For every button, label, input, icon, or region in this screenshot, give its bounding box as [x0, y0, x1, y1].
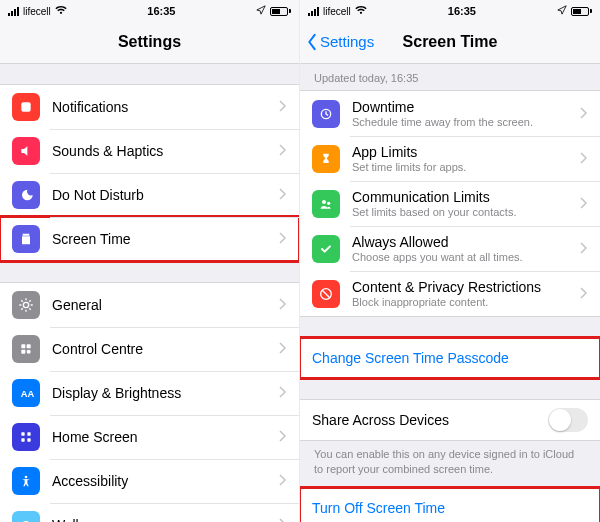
row-content-privacy[interactable]: Content & Privacy RestrictionsBlock inap… [300, 271, 600, 316]
row-sub: Set limits based on your contacts. [352, 206, 580, 218]
svg-point-18 [327, 201, 330, 204]
app-limits-icon [312, 145, 340, 173]
settings-group-a: Notifications Sounds & Haptics Do Not Di… [0, 84, 299, 262]
clock: 16:35 [448, 5, 476, 17]
chevron-right-icon [580, 285, 588, 303]
row-label: Accessibility [52, 473, 279, 489]
row-label: Content & Privacy Restrictions [352, 279, 580, 295]
back-button[interactable]: Settings [306, 33, 374, 51]
nav-bar: Settings Screen Time [300, 20, 600, 64]
chevron-right-icon [580, 195, 588, 213]
location-icon [557, 5, 567, 17]
svg-rect-7 [21, 432, 24, 435]
row-home-screen[interactable]: Home Screen [0, 415, 299, 459]
share-across-devices-group: Share Across Devices [300, 399, 600, 441]
row-screen-time[interactable]: Screen Time [0, 217, 299, 261]
chevron-right-icon [580, 150, 588, 168]
battery-icon [571, 7, 592, 16]
home-screen-icon [12, 423, 40, 451]
row-label: Screen Time [52, 231, 279, 247]
communication-limits-icon [312, 190, 340, 218]
row-change-passcode[interactable]: Change Screen Time Passcode [300, 338, 600, 378]
svg-rect-4 [21, 350, 25, 354]
settings-group-b: General Control Centre AA Display & Brig… [0, 282, 299, 522]
row-share-across-devices[interactable]: Share Across Devices [300, 400, 600, 440]
wifi-icon [355, 5, 367, 17]
row-notifications[interactable]: Notifications [0, 85, 299, 129]
row-general[interactable]: General [0, 283, 299, 327]
row-control-centre[interactable]: Control Centre [0, 327, 299, 371]
row-sounds-haptics[interactable]: Sounds & Haptics [0, 129, 299, 173]
row-label: Share Across Devices [312, 412, 548, 428]
accessibility-icon [12, 467, 40, 495]
row-label: Display & Brightness [52, 385, 279, 401]
row-label: Change Screen Time Passcode [312, 350, 588, 366]
row-sub: Block inappropriate content. [352, 296, 580, 308]
row-label: Always Allowed [352, 234, 580, 250]
wifi-icon [55, 5, 67, 17]
carrier-label: lifecell [323, 6, 351, 17]
svg-rect-9 [21, 438, 24, 441]
row-label: Wallpaper [52, 517, 279, 522]
page-title: Settings [118, 33, 181, 51]
row-downtime[interactable]: DowntimeSchedule time away from the scre… [300, 91, 600, 136]
dnd-icon [12, 181, 40, 209]
svg-point-11 [25, 476, 28, 479]
content-privacy-icon [312, 280, 340, 308]
screen-time-screen: lifecell 16:35 Settings Screen Time Upda… [300, 0, 600, 522]
updated-label: Updated today, 16:35 [300, 64, 600, 90]
row-turn-off-screen-time[interactable]: Turn Off Screen Time [300, 488, 600, 522]
row-label: Do Not Disturb [52, 187, 279, 203]
chevron-right-icon [279, 230, 287, 248]
svg-point-1 [23, 302, 28, 307]
row-label: Sounds & Haptics [52, 143, 279, 159]
change-passcode-group: Change Screen Time Passcode [300, 337, 600, 379]
row-label: Communication Limits [352, 189, 580, 205]
row-do-not-disturb[interactable]: Do Not Disturb [0, 173, 299, 217]
location-icon [256, 5, 266, 17]
svg-rect-5 [27, 350, 31, 354]
screen-time-features: DowntimeSchedule time away from the scre… [300, 90, 600, 317]
chevron-right-icon [279, 98, 287, 116]
chevron-right-icon [279, 142, 287, 160]
row-label: Downtime [352, 99, 580, 115]
settings-screen: lifecell 16:35 Settings Notifications [0, 0, 300, 522]
row-wallpaper[interactable]: Wallpaper [0, 503, 299, 522]
downtime-icon [312, 100, 340, 128]
chevron-right-icon [580, 105, 588, 123]
notifications-icon [12, 93, 40, 121]
svg-rect-10 [27, 438, 30, 441]
carrier-label: lifecell [23, 6, 51, 17]
status-bar: lifecell 16:35 [0, 0, 299, 20]
settings-body[interactable]: Notifications Sounds & Haptics Do Not Di… [0, 64, 299, 522]
svg-point-17 [322, 200, 326, 204]
row-label: Home Screen [52, 429, 279, 445]
row-label: General [52, 297, 279, 313]
row-always-allowed[interactable]: Always AllowedChoose apps you want at al… [300, 226, 600, 271]
wallpaper-icon [12, 511, 40, 522]
row-sub: Schedule time away from the screen. [352, 116, 580, 128]
chevron-right-icon [279, 340, 287, 358]
row-communication-limits[interactable]: Communication LimitsSet limits based on … [300, 181, 600, 226]
row-app-limits[interactable]: App LimitsSet time limits for apps. [300, 136, 600, 181]
clock: 16:35 [147, 5, 175, 17]
chevron-right-icon [279, 186, 287, 204]
svg-text:AA: AA [21, 389, 34, 399]
share-footer: You can enable this on any device signed… [300, 441, 600, 487]
page-title: Screen Time [403, 33, 498, 51]
row-accessibility[interactable]: Accessibility [0, 459, 299, 503]
row-label: App Limits [352, 144, 580, 160]
nav-bar: Settings [0, 20, 299, 64]
signal-icon [8, 7, 19, 16]
screen-time-body[interactable]: Updated today, 16:35 DowntimeSchedule ti… [300, 64, 600, 522]
row-label: Notifications [52, 99, 279, 115]
chevron-right-icon [279, 384, 287, 402]
sounds-icon [12, 137, 40, 165]
row-sub: Choose apps you want at all times. [352, 251, 580, 263]
general-icon [12, 291, 40, 319]
chevron-right-icon [279, 296, 287, 314]
chevron-right-icon [279, 516, 287, 522]
row-sub: Set time limits for apps. [352, 161, 580, 173]
share-toggle[interactable] [548, 408, 588, 432]
row-display-brightness[interactable]: AA Display & Brightness [0, 371, 299, 415]
